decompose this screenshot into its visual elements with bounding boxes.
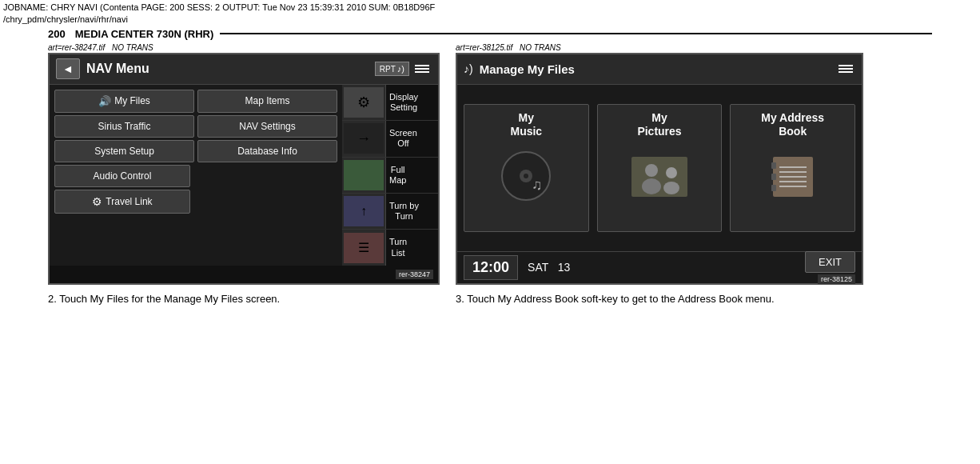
- map-items-label: Map Items: [245, 95, 289, 106]
- nav-ref: rer-38247: [396, 270, 433, 279]
- nav-row-1: Sirius Traffic NAV Settings: [54, 115, 337, 138]
- sirius-traffic-label: Sirius Traffic: [98, 121, 151, 132]
- manage-screen-block: art=rer-38125.tif NO TRANS ♪) Manage My …: [456, 43, 863, 285]
- svg-rect-10: [771, 162, 776, 169]
- nav-screen: ◄ NAV Menu RPT ♪): [48, 53, 440, 285]
- caption-right: 3. Touch My Address Book soft-key to get…: [456, 291, 847, 307]
- sirius-traffic-button[interactable]: Sirius Traffic: [54, 115, 194, 138]
- section-divider: [220, 33, 932, 34]
- turn-by-turn-thumb: ↑: [342, 194, 386, 229]
- date-number: 13: [558, 261, 571, 274]
- screen-off-label: ScreenOff: [386, 128, 420, 149]
- pictures-thumbnail-icon: [627, 153, 691, 201]
- manage-footer: 12:00 SAT 13 EXIT rer-38125: [457, 251, 862, 283]
- turn-list-label: TurnList: [386, 237, 410, 258]
- music-disc-icon: ♫: [498, 148, 554, 204]
- screen-off-button[interactable]: → ScreenOff: [342, 121, 438, 157]
- page-number: 200: [48, 28, 66, 40]
- nav-body: 🔊 My Files Map Items Sirius Traffic: [50, 85, 438, 266]
- svg-text:♫: ♫: [532, 177, 543, 193]
- page-header: JOBNAME: CHRY NAVI (Contenta PAGE: 200 S…: [0, 0, 980, 28]
- address-book-icon: [765, 153, 821, 201]
- header-line1: JOBNAME: CHRY NAVI (Contenta PAGE: 200 S…: [3, 2, 977, 14]
- nav-screen-block: art=rer-38247.tif NO TRANS ◄ NAV Menu RP…: [48, 43, 440, 285]
- audio-control-button[interactable]: Audio Control: [54, 165, 190, 187]
- manage-speaker-icon: ♪): [464, 62, 473, 75]
- nav-right-panel: ⚙ DisplaySetting → ScreenOff: [342, 85, 438, 266]
- nav-header: ◄ NAV Menu RPT ♪): [50, 54, 438, 85]
- nav-left-panel: 🔊 My Files Map Items Sirius Traffic: [50, 85, 342, 266]
- manage-ref: rer-38125: [818, 274, 855, 284]
- database-info-label: Database Info: [237, 146, 297, 157]
- nav-menu-icon[interactable]: [412, 62, 432, 75]
- map-items-button[interactable]: Map Items: [197, 90, 337, 113]
- my-music-label: MyMusic: [464, 111, 588, 138]
- manage-header: ♪) Manage My Files: [457, 54, 862, 85]
- audio-control-label: Audio Control: [94, 170, 152, 182]
- manage-title: Manage My Files: [480, 62, 836, 76]
- screen-off-thumb: →: [342, 121, 386, 156]
- nav-rpt-button[interactable]: RPT ♪): [375, 62, 409, 76]
- manage-trans-label: NO TRANS: [520, 43, 561, 52]
- captions-row: 2. Touch My Files for the Manage My File…: [48, 291, 932, 307]
- manage-screen: ♪) Manage My Files MyMusic: [456, 53, 863, 285]
- date-display: SAT 13: [528, 261, 805, 274]
- manage-body: MyMusic ♫ MyPic: [457, 85, 862, 251]
- nav-row-2: System Setup Database Info: [54, 140, 337, 162]
- turn-by-turn-label: Turn byTurn: [386, 201, 422, 222]
- system-setup-label: System Setup: [94, 146, 154, 157]
- my-files-button[interactable]: 🔊 My Files: [54, 90, 194, 113]
- nav-title: NAV Menu: [86, 62, 375, 76]
- svg-point-8: [663, 182, 679, 194]
- my-music-card[interactable]: MyMusic ♫: [464, 104, 589, 232]
- nav-footer: rer-38247: [50, 266, 438, 283]
- svg-point-5: [645, 164, 658, 177]
- my-address-book-card[interactable]: My AddressBook: [730, 104, 855, 232]
- rpt-label: RPT: [380, 65, 396, 74]
- exit-button[interactable]: EXIT: [805, 251, 855, 273]
- display-setting-label: DisplaySetting: [386, 92, 421, 113]
- turn-by-turn-button[interactable]: ↑ Turn byTurn: [342, 194, 438, 230]
- nav-row-0: 🔊 My Files Map Items: [54, 90, 337, 113]
- svg-rect-12: [771, 185, 776, 191]
- full-map-thumb: [342, 158, 386, 193]
- section-title: MEDIA CENTER 730N (RHR): [75, 28, 214, 40]
- nav-trans-label: NO TRANS: [112, 43, 153, 52]
- turn-list-button[interactable]: ☰ TurnList: [342, 230, 438, 265]
- svg-point-2: [524, 174, 528, 178]
- display-setting-button[interactable]: ⚙ DisplaySetting: [342, 85, 438, 121]
- nav-art-label: art=rer-38247.tif: [48, 43, 105, 52]
- header-line2: /chry_pdm/chrysler/navi/rhr/navi: [3, 14, 977, 26]
- system-setup-button[interactable]: System Setup: [54, 140, 194, 162]
- turn-list-thumb: ☰: [342, 230, 386, 265]
- my-address-book-label: My AddressBook: [731, 111, 855, 138]
- manage-menu-icon[interactable]: [836, 62, 855, 75]
- speaker-icon: ♪): [397, 64, 404, 74]
- manage-art-label: art=rer-38125.tif: [456, 43, 512, 52]
- full-map-button[interactable]: FullMap: [342, 158, 438, 194]
- nav-settings-button[interactable]: NAV Settings: [197, 115, 337, 138]
- my-pictures-label: MyPictures: [598, 111, 722, 138]
- footer-right: EXIT rer-38125: [805, 251, 855, 284]
- nav-row-3: Audio Control: [54, 165, 337, 187]
- nav-row-4: ⚙ Travel Link: [54, 190, 337, 214]
- day-label: SAT: [528, 261, 548, 274]
- time-display: 12:00: [464, 255, 518, 280]
- database-info-button[interactable]: Database Info: [197, 140, 337, 162]
- travel-link-button[interactable]: ⚙ Travel Link: [54, 190, 190, 214]
- travel-link-label: Travel Link: [106, 196, 152, 207]
- my-files-label: My Files: [114, 95, 150, 106]
- caption-left: 2. Touch My Files for the Manage My File…: [48, 291, 440, 307]
- my-pictures-card[interactable]: MyPictures: [597, 104, 723, 232]
- nav-back-button[interactable]: ◄: [56, 58, 80, 79]
- svg-point-6: [642, 178, 661, 194]
- my-files-icon: 🔊: [98, 95, 111, 107]
- display-setting-thumb: ⚙: [342, 85, 386, 120]
- full-map-label: FullMap: [386, 165, 409, 186]
- svg-point-7: [666, 167, 677, 178]
- nav-settings-label: NAV Settings: [239, 121, 295, 132]
- svg-rect-11: [771, 174, 776, 180]
- travel-link-icon: ⚙: [92, 195, 102, 208]
